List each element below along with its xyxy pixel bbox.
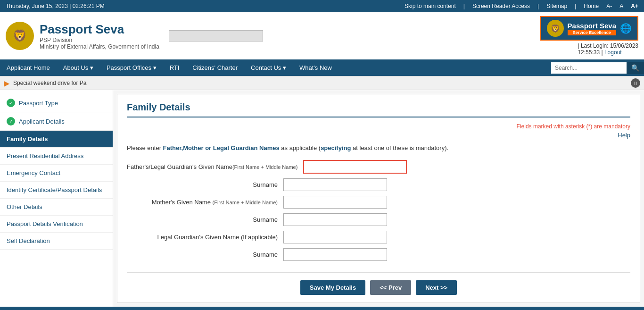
sidebar-item-emergency-contact[interactable]: Emergency Contact <box>0 165 113 182</box>
next-button[interactable]: Next >> <box>416 280 457 295</box>
navbar-search-area: 🔍 <box>551 62 644 74</box>
field-row-fathers-surname: Surname <box>127 178 630 191</box>
nav-citizens-charter[interactable]: Citizens' Charter <box>186 59 244 76</box>
service-excellence: Service Excellence <box>568 30 616 35</box>
nav-passport-offices[interactable]: Passport Offices ▾ <box>100 59 163 76</box>
login-info: | Last Login: 15/06/2023 12:55:33 | Logo… <box>578 42 638 56</box>
nav-contact-us[interactable]: Contact Us ▾ <box>244 59 293 76</box>
sidebar-item-identity-certificate[interactable]: Identity Certificate/Passport Details <box>0 182 113 199</box>
ticker-text: Special weekend drive for Pa <box>13 80 631 86</box>
ticker-pause-button[interactable]: ⏸ <box>631 78 640 88</box>
check-icon: ✓ <box>7 99 15 107</box>
brand-sub1: PSP Division <box>40 37 159 43</box>
logo-text: Passport Seva <box>568 22 616 30</box>
ashoka-emblem-icon: 🦁 <box>6 22 34 50</box>
field-label-mothers-name: Mother's Given Name (First Name + Middle… <box>127 199 278 206</box>
form-title: Family Details <box>127 102 630 117</box>
sidebar-item-family-details[interactable]: Family Details <box>0 131 113 148</box>
mandatory-note: Fields marked with asterisk (*) are mand… <box>127 123 630 130</box>
home-link[interactable]: Home <box>584 3 599 9</box>
nav-applicant-home[interactable]: Applicant Home <box>0 59 57 76</box>
field-row-mothers-name: Mother's Given Name (First Name + Middle… <box>127 196 630 209</box>
prev-button[interactable]: << Prev <box>370 280 411 295</box>
brand-title: Passport Seva <box>40 22 159 37</box>
sidebar-label-residential-address: Present Residential Address <box>7 152 83 159</box>
guardian-surname-input[interactable] <box>283 248 387 261</box>
sidebar-item-self-declaration[interactable]: Self Declaration <box>0 233 113 250</box>
sidebar-label-self-declaration: Self Declaration <box>7 237 50 244</box>
passport-seva-logo: 🦁 Passport Seva Service Excellence 🌐 <box>540 16 638 41</box>
skip-link[interactable]: Skip to main content <box>405 3 456 9</box>
ticker-arrow-icon: ▶ <box>4 79 9 88</box>
buttons-row: Save My Details << Prev Next >> <box>127 272 630 295</box>
sitemap-link[interactable]: Sitemap <box>546 3 567 9</box>
instruction-text: Please enter Father,Mother or Legal Guar… <box>127 144 630 151</box>
sidebar-item-passport-verification[interactable]: Passport Details Verification <box>0 216 113 233</box>
field-label-mothers-surname: Surname <box>127 216 278 223</box>
sidebar-label-passport-type: Passport Type <box>19 100 58 107</box>
nav-whats-new[interactable]: What's New <box>293 59 339 76</box>
brand-sub2: Ministry of External Affairs, Government… <box>40 43 159 50</box>
field-label-guardian-surname: Surname <box>127 251 278 258</box>
check-icon-2: ✓ <box>7 117 15 126</box>
fathers-given-name-input[interactable] <box>303 160 407 174</box>
field-label-guardian-name: Legal Guardian's Given Name (If applicab… <box>127 234 278 241</box>
sidebar-label-family-details: Family Details <box>7 135 48 142</box>
ticker-bar: ▶ Special weekend drive for Pa ⏸ <box>0 76 644 90</box>
sidebar-label-identity-certificate: Identity Certificate/Passport Details <box>7 186 102 193</box>
sidebar-item-passport-type[interactable]: ✓ Passport Type <box>0 94 113 112</box>
datetime: Thursday, June 15, 2023 | 02:26:21 PM <box>6 3 105 9</box>
mothers-surname-input[interactable] <box>283 213 387 226</box>
mothers-given-name-input[interactable] <box>283 196 387 209</box>
search-button[interactable]: 🔍 <box>627 62 644 74</box>
help-link-area: Help <box>127 132 630 139</box>
sidebar-label-applicant-details: Applicant Details <box>19 118 65 125</box>
screen-reader-link[interactable]: Screen Reader Access <box>472 3 530 9</box>
sidebar: ✓ Passport Type ✓ Applicant Details Fami… <box>0 90 113 307</box>
field-row-fathers-name: Father's/Legal Guardian's Given Name(Fir… <box>127 160 630 174</box>
font-large[interactable]: A+ <box>631 3 638 9</box>
footer: External Links Ministry of External Affa… <box>0 307 644 310</box>
save-my-details-button[interactable]: Save My Details <box>300 280 365 295</box>
main-content: ✓ Passport Type ✓ Applicant Details Fami… <box>0 90 644 307</box>
guardian-given-name-input[interactable] <box>283 231 387 243</box>
nav-about-us[interactable]: About Us ▾ <box>57 59 100 76</box>
sidebar-label-other-details: Other Details <box>7 203 42 210</box>
sidebar-item-residential-address[interactable]: Present Residential Address <box>0 148 113 165</box>
sidebar-label-passport-verification: Passport Details Verification <box>7 220 83 227</box>
top-bar: Thursday, June 15, 2023 | 02:26:21 PM Sk… <box>0 0 644 12</box>
sidebar-item-applicant-details[interactable]: ✓ Applicant Details <box>0 112 113 131</box>
font-small[interactable]: A- <box>606 3 612 9</box>
help-link[interactable]: Help <box>618 132 630 139</box>
form-area: Family Details Fields marked with asteri… <box>117 94 640 303</box>
logout-link[interactable]: Logout <box>604 49 622 56</box>
field-label-fathers-surname: Surname <box>127 181 278 188</box>
field-row-mothers-surname: Surname <box>127 213 630 226</box>
sidebar-label-emergency-contact: Emergency Contact <box>7 169 60 176</box>
field-label-fathers-name: Father's/Legal Guardian's Given Name(Fir… <box>127 163 297 170</box>
field-row-guardian-surname: Surname <box>127 248 630 261</box>
search-input[interactable] <box>551 62 627 74</box>
header: 🦁 Passport Seva PSP Division Ministry of… <box>0 12 644 59</box>
nav-rti[interactable]: RTI <box>163 59 186 76</box>
navbar: Applicant Home About Us ▾ Passport Offic… <box>0 59 644 76</box>
sidebar-item-other-details[interactable]: Other Details <box>0 199 113 216</box>
field-row-guardian-name: Legal Guardian's Given Name (If applicab… <box>127 231 630 243</box>
font-normal[interactable]: A <box>619 3 623 9</box>
fathers-surname-input[interactable] <box>283 178 387 191</box>
